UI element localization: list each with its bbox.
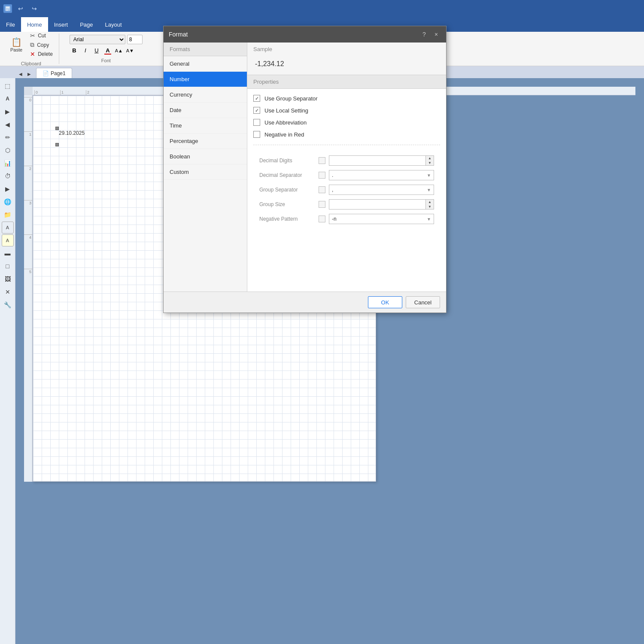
checkbox-use-abbreviation[interactable]	[253, 119, 260, 126]
spinner-decimal-digits: ▲ ▼	[329, 155, 434, 166]
tool-image[interactable]: 🖼	[2, 273, 14, 285]
dropdown-decimal-separator[interactable]: . ▼	[329, 170, 434, 180]
cut-button[interactable]: ✂ Cut	[27, 31, 55, 40]
svg-rect-3	[6, 10, 8, 10]
tool-cross[interactable]: ✕	[2, 286, 14, 298]
tool-select[interactable]: ⬚	[2, 80, 14, 92]
format-dialog[interactable]: Format ? × Formats General Number Curren…	[163, 26, 447, 313]
checkbox-negative-pattern[interactable]	[319, 216, 325, 222]
format-time[interactable]: Time	[164, 118, 247, 134]
svg-rect-1	[6, 7, 9, 8]
spinner-down-group-size[interactable]: ▼	[426, 204, 434, 209]
input-group-size[interactable]	[329, 200, 425, 209]
ok-button[interactable]: OK	[368, 296, 402, 308]
checkbox-decimal-separator[interactable]	[319, 172, 325, 179]
dialog-footer: OK Cancel	[164, 292, 446, 313]
tab-nav-right[interactable]: ▶	[26, 70, 33, 78]
redo-button[interactable]: ↪	[29, 3, 39, 14]
checkbox-use-local-setting[interactable]	[253, 107, 260, 114]
tool-settings[interactable]: 🔧	[2, 299, 14, 311]
tool-text3[interactable]: A	[2, 234, 14, 246]
delete-button[interactable]: ✕ Delete	[27, 50, 55, 58]
checkbox-negative-in-red[interactable]	[253, 131, 260, 138]
field-decimal-separator: Decimal Separator . ▼	[259, 170, 434, 180]
tool-nav[interactable]: ▶	[2, 183, 14, 195]
dropdown-negative-pattern-arrow: ▼	[427, 217, 431, 222]
handle-bl[interactable]	[55, 143, 59, 146]
font-size-decrease-button[interactable]: A▼	[125, 46, 135, 55]
tool-chart[interactable]: 📊	[2, 157, 14, 169]
tool-clock[interactable]: ⏱	[2, 170, 14, 182]
tool-arrow-left[interactable]: ◀	[2, 118, 14, 131]
label-use-abbreviation: Use Abbreviation	[264, 119, 307, 126]
paste-button[interactable]: 📋 Paste	[7, 36, 26, 54]
cancel-button[interactable]: Cancel	[406, 296, 440, 308]
ruler-tick-v3: 3	[24, 200, 32, 234]
tab-nav-left[interactable]: ◀	[17, 70, 24, 78]
tool-pencil[interactable]: ✏	[2, 131, 14, 143]
format-number[interactable]: Number	[164, 72, 247, 87]
italic-button[interactable]: I	[81, 46, 90, 55]
spinner-group-size: ▲ ▼	[329, 199, 434, 210]
dialog-close-button[interactable]: ×	[431, 30, 441, 39]
label-negative-in-red: Negative in Red	[264, 131, 304, 138]
tool-text2[interactable]: A	[2, 222, 14, 234]
checkbox-group-separator[interactable]	[319, 186, 325, 193]
label-group-separator: Group Separator	[259, 187, 315, 193]
clipboard-label: Clipboard	[21, 61, 41, 66]
ruler-vertical: 0 1 2 3 4 5	[24, 95, 33, 482]
spinner-up-decimal-digits[interactable]: ▲	[426, 156, 434, 161]
dropdown-decimal-separator-arrow: ▼	[427, 173, 431, 178]
font-name-select[interactable]: Arial	[70, 35, 125, 44]
sample-value: -1,234.12	[253, 57, 440, 71]
font-size-increase-button[interactable]: A▲	[114, 46, 124, 55]
format-percentage[interactable]: Percentage	[164, 134, 247, 149]
dropdown-group-separator-arrow: ▼	[427, 188, 431, 192]
label-use-group-separator: Use Group Separator	[264, 95, 318, 102]
checkbox-use-group-separator[interactable]	[253, 95, 260, 102]
prop-use-abbreviation: Use Abbreviation	[253, 119, 440, 126]
spinner-up-group-size[interactable]: ▲	[426, 200, 434, 204]
format-custom[interactable]: Custom	[164, 164, 247, 180]
dialog-title-bar: Format ? ×	[164, 26, 446, 43]
spinner-down-decimal-digits[interactable]: ▼	[426, 161, 434, 165]
menu-home[interactable]: Home	[21, 17, 48, 32]
underline-button[interactable]: U	[92, 46, 101, 55]
bold-button[interactable]: B	[70, 46, 79, 55]
format-date[interactable]: Date	[164, 103, 247, 118]
menu-page[interactable]: Page	[74, 17, 99, 32]
format-general[interactable]: General	[164, 56, 247, 72]
copy-button[interactable]: ⧉ Copy	[27, 40, 55, 49]
format-boolean[interactable]: Boolean	[164, 149, 247, 164]
tab-page1[interactable]: 📄 Page1	[36, 68, 72, 78]
menu-insert[interactable]: Insert	[48, 17, 74, 32]
dropdown-negative-pattern[interactable]: -n ▼	[329, 214, 434, 224]
dialog-title: Format	[169, 31, 188, 38]
field-negative-pattern: Negative Pattern -n ▼	[259, 214, 434, 224]
delete-icon: ✕	[30, 51, 35, 58]
checkbox-group-size[interactable]	[319, 201, 325, 208]
tool-text[interactable]: A	[2, 93, 14, 105]
tool-folder[interactable]: 📁	[2, 209, 14, 221]
tool-arrow-right[interactable]: ▶	[2, 106, 14, 118]
font-color-button[interactable]: A	[103, 46, 112, 55]
dropdown-group-separator[interactable]: , ▼	[329, 185, 434, 195]
tool-globe[interactable]: 🌐	[2, 196, 14, 208]
tool-rect2[interactable]: □	[2, 260, 14, 272]
dialog-help-button[interactable]: ?	[419, 30, 429, 39]
menu-layout[interactable]: Layout	[99, 17, 128, 32]
format-currency[interactable]: Currency	[164, 87, 247, 103]
font-size-input[interactable]	[127, 35, 143, 44]
formats-header: Formats	[164, 43, 247, 56]
date-text-element[interactable]: 29.10.2025	[59, 130, 85, 136]
checkbox-decimal-digits[interactable]	[319, 157, 325, 164]
tool-rect[interactable]: ▬	[2, 247, 14, 259]
cut-copy-delete: ✂ Cut ⧉ Copy ✕ Delete	[27, 31, 55, 58]
tool-shape[interactable]: ⬡	[2, 144, 14, 156]
undo-button[interactable]: ↩	[15, 3, 26, 14]
menu-file[interactable]: File	[0, 17, 21, 32]
handle-tl[interactable]	[55, 127, 59, 130]
tab-page-icon: 📄	[43, 70, 49, 76]
input-decimal-digits[interactable]	[329, 156, 425, 165]
field-decimal-digits: Decimal Digits ▲ ▼	[259, 155, 434, 166]
